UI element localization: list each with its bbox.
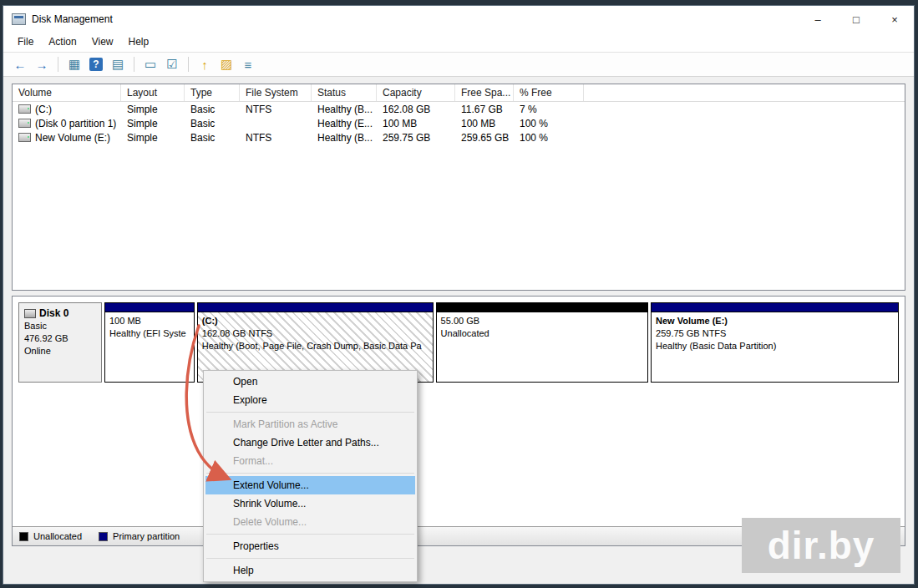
volume-status: Healthy (E... bbox=[312, 118, 377, 129]
drive-icon bbox=[18, 119, 31, 128]
volume-row-partition1[interactable]: (Disk 0 partition 1) Simple Basic Health… bbox=[13, 116, 905, 130]
unallocated-swatch bbox=[19, 532, 28, 541]
menu-separator bbox=[206, 534, 414, 535]
column-header-filler bbox=[584, 84, 905, 101]
menu-item-properties[interactable]: Properties bbox=[204, 537, 417, 555]
help-icon[interactable]: ? bbox=[86, 55, 106, 74]
context-menu: Open Explore Mark Partition as Active Ch… bbox=[203, 370, 418, 582]
volume-capacity: 259.75 GB bbox=[377, 132, 455, 144]
volume-layout: Simple bbox=[121, 104, 185, 115]
menu-item-shrink-volume[interactable]: Shrink Volume... bbox=[204, 494, 417, 513]
maximize-button[interactable]: □ bbox=[837, 6, 875, 33]
menu-separator bbox=[206, 558, 414, 559]
partition-status: Healthy (Basic Data Partition) bbox=[656, 340, 894, 352]
disk0-row: Disk 0 Basic 476.92 GB Online 100 MB Hea… bbox=[18, 302, 899, 383]
partition-unallocated[interactable]: 55.00 GB Unallocated bbox=[436, 302, 648, 383]
column-header-percent-free[interactable]: % Free bbox=[514, 84, 584, 101]
toolbar-separator bbox=[188, 57, 189, 72]
open-view-icon[interactable]: ▨ bbox=[216, 55, 236, 74]
volume-layout: Simple bbox=[121, 132, 185, 144]
column-header-type[interactable]: Type bbox=[185, 84, 240, 101]
menu-action[interactable]: Action bbox=[41, 33, 84, 52]
volume-name: New Volume (E:) bbox=[35, 132, 110, 144]
legend-label: Primary partition bbox=[113, 531, 180, 541]
partition-size: 162.08 GB NTFS bbox=[202, 327, 429, 340]
volume-percent-free: 100 % bbox=[514, 118, 584, 129]
close-button[interactable]: × bbox=[875, 6, 914, 33]
volume-percent-free: 7 % bbox=[514, 104, 584, 115]
partition-status: Healthy (Boot, Page File, Crash Dump, Ba… bbox=[202, 340, 429, 352]
drive-icon bbox=[18, 133, 31, 142]
partition-name: New Volume (E:) bbox=[656, 315, 894, 327]
partition-e[interactable]: New Volume (E:) 259.75 GB NTFS Healthy (… bbox=[651, 302, 899, 383]
volume-layout: Simple bbox=[121, 118, 185, 129]
volume-row-e[interactable]: New Volume (E:) Simple Basic NTFS Health… bbox=[13, 130, 905, 144]
legend-unallocated: Unallocated bbox=[19, 531, 82, 541]
watermark: dir.by bbox=[742, 518, 900, 573]
volume-type: Basic bbox=[185, 118, 240, 129]
back-icon[interactable]: ← bbox=[10, 55, 30, 74]
partition-name: (C:) bbox=[202, 315, 429, 327]
disk-name: Disk 0 bbox=[39, 307, 68, 320]
move-up-icon[interactable]: ↑ bbox=[195, 55, 215, 74]
menu-file[interactable]: File bbox=[10, 33, 41, 52]
partition-size: 55.00 GB bbox=[441, 315, 643, 327]
partition-size: 259.75 GB NTFS bbox=[656, 327, 894, 340]
menu-item-format: Format... bbox=[204, 452, 417, 470]
menu-separator bbox=[206, 412, 414, 413]
volume-free-space: 100 MB bbox=[455, 118, 514, 129]
minimize-button[interactable]: – bbox=[799, 6, 837, 33]
graphical-view-pane: Disk 0 Basic 476.92 GB Online 100 MB Hea… bbox=[12, 296, 905, 546]
menu-view[interactable]: View bbox=[84, 33, 121, 52]
screenshot-root: Disk Management – □ × File Action View H… bbox=[0, 0, 918, 588]
console-tree-icon[interactable]: ▦ bbox=[64, 55, 84, 74]
toolbar-separator bbox=[134, 57, 134, 72]
column-header-capacity[interactable]: Capacity bbox=[377, 84, 455, 101]
volume-row-c[interactable]: (C:) Simple Basic NTFS Healthy (B... 162… bbox=[13, 102, 905, 116]
legend-label: Unallocated bbox=[33, 531, 82, 541]
volume-status: Healthy (B... bbox=[312, 104, 377, 115]
disk-management-window: Disk Management – □ × File Action View H… bbox=[3, 5, 915, 585]
disk-size: 476.92 GB bbox=[24, 332, 96, 345]
partition-color-bar bbox=[651, 302, 899, 312]
menu-item-extend-volume[interactable]: Extend Volume... bbox=[205, 476, 415, 494]
legend-primary-partition: Primary partition bbox=[99, 531, 180, 541]
menu-help[interactable]: Help bbox=[121, 33, 157, 52]
show-hide-pane-icon[interactable]: ▤ bbox=[108, 55, 128, 74]
menu-item-open[interactable]: Open bbox=[204, 373, 417, 391]
column-header-status[interactable]: Status bbox=[312, 84, 377, 101]
volume-free-space: 11.67 GB bbox=[455, 104, 514, 115]
partition-efi[interactable]: 100 MB Healthy (EFI Syste bbox=[104, 302, 195, 383]
volume-capacity: 100 MB bbox=[377, 118, 455, 129]
volume-file-system: NTFS bbox=[240, 104, 312, 115]
forward-icon[interactable]: → bbox=[32, 55, 52, 74]
dialog-icon[interactable]: ▭ bbox=[140, 55, 160, 74]
volume-status: Healthy (B... bbox=[312, 132, 377, 144]
volume-type: Basic bbox=[185, 132, 240, 144]
column-header-volume[interactable]: Volume bbox=[13, 84, 121, 101]
primary-partition-swatch bbox=[99, 532, 108, 541]
partition-status: Unallocated bbox=[441, 327, 643, 340]
menu-item-change-drive-letter[interactable]: Change Drive Letter and Paths... bbox=[204, 433, 417, 452]
menu-item-explore[interactable]: Explore bbox=[204, 391, 417, 409]
view-list-icon[interactable]: ≡ bbox=[238, 55, 258, 74]
column-header-free-space[interactable]: Free Spa... bbox=[455, 84, 514, 101]
menu-item-mark-partition-active: Mark Partition as Active bbox=[204, 415, 417, 433]
partition-status: Healthy (EFI Syste bbox=[109, 327, 190, 340]
column-header-layout[interactable]: Layout bbox=[121, 84, 185, 101]
toolbar: ← → ▦ ? ▤ ▭ ☑ ↑ ▨ ≡ bbox=[3, 52, 914, 77]
menu-item-help[interactable]: Help bbox=[204, 561, 417, 580]
app-icon bbox=[12, 13, 26, 25]
volume-file-system: NTFS bbox=[240, 132, 312, 144]
toolbar-separator bbox=[58, 57, 58, 72]
column-header-file-system[interactable]: File System bbox=[240, 84, 312, 101]
volume-capacity: 162.08 GB bbox=[377, 104, 455, 115]
title-bar: Disk Management – □ × bbox=[3, 6, 914, 33]
menu-separator bbox=[206, 473, 414, 474]
disk-icon bbox=[24, 309, 36, 318]
volume-list-header: Volume Layout Type File System Status Ca… bbox=[13, 84, 905, 102]
client-area: Volume Layout Type File System Status Ca… bbox=[3, 77, 914, 584]
disk0-label[interactable]: Disk 0 Basic 476.92 GB Online bbox=[18, 302, 102, 383]
checklist-icon[interactable]: ☑ bbox=[162, 55, 182, 74]
partition-color-bar bbox=[104, 302, 195, 312]
